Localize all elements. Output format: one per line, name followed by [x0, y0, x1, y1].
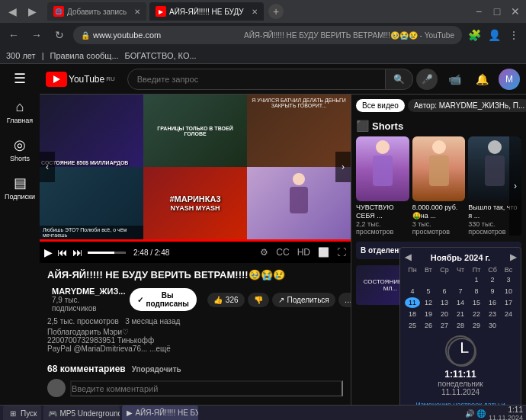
- like-row: 👍 326 👎 ↗ Поделиться … 💾 720: [207, 293, 351, 307]
- start-btn[interactable]: ⊞ Пуск: [3, 406, 41, 420]
- tab-2-close[interactable]: ✕: [252, 8, 258, 16]
- yt-search-input[interactable]: Введите запрос: [127, 69, 386, 90]
- cal-day[interactable]: 27: [437, 320, 452, 331]
- short-2[interactable]: 8.000.000 руб.🤑на ... 3 тыс. просмотров: [412, 136, 466, 236]
- volume-bar[interactable]: [88, 252, 126, 254]
- back-btn[interactable]: ←: [5, 26, 23, 44]
- cal-day[interactable]: 24: [501, 309, 516, 319]
- cal-day[interactable]: 22: [469, 309, 484, 319]
- shorts-nav-right[interactable]: ›: [509, 136, 521, 236]
- minimize-btn[interactable]: −: [471, 4, 486, 19]
- video-nav-right[interactable]: ›: [335, 152, 351, 182]
- voice-search-btn[interactable]: 🎤: [416, 69, 438, 90]
- share-btn[interactable]: ↗ Поделиться: [272, 293, 335, 307]
- cal-day[interactable]: 1: [469, 274, 484, 285]
- cal-day[interactable]: 6: [437, 286, 452, 297]
- sort-btn[interactable]: Упорядочить: [132, 365, 181, 374]
- upload-btn[interactable]: 📹: [444, 69, 465, 90]
- skip-forward-btn[interactable]: ⏭: [72, 246, 83, 258]
- cal-day[interactable]: 30: [485, 320, 500, 331]
- address-bar[interactable]: 🔒 www.youtube.com АЙЯ-ЯЙ!!!!! НЕ БУДУ ВЕ…: [73, 26, 462, 44]
- yt-logo-text: YouTube: [69, 74, 104, 85]
- cal-day[interactable]: 15: [469, 297, 484, 308]
- cal-day[interactable]: 12: [421, 297, 436, 308]
- sidebar-home[interactable]: ⌂ Главная: [7, 99, 33, 124]
- search-button[interactable]: 🔍: [386, 69, 413, 90]
- cal-days-grid: 1234567891011121314151617181920212223242…: [405, 274, 516, 331]
- cal-day[interactable]: 3: [501, 274, 516, 285]
- sidebar-menu[interactable]: ☰: [14, 70, 26, 87]
- cal-day[interactable]: 16: [485, 297, 500, 308]
- bookmark-2[interactable]: Правила сообщ...: [50, 51, 118, 60]
- comment-input[interactable]: [70, 380, 343, 396]
- play-btn[interactable]: ▶: [44, 246, 53, 258]
- sidebar-shorts[interactable]: ◎ Shorts: [10, 136, 30, 162]
- theater-ctrl[interactable]: ⬜: [318, 247, 329, 258]
- filter-author[interactable]: Автор: MARYDME_ЖИЗНь, П...: [408, 99, 526, 112]
- cal-day[interactable]: 2: [485, 274, 500, 285]
- maximize-btn[interactable]: □: [489, 4, 505, 19]
- yt-logo[interactable]: YouTubeRU: [46, 72, 115, 87]
- cal-day-header: Вс: [501, 265, 516, 274]
- profile-btn[interactable]: 👤: [486, 27, 502, 43]
- tab-1[interactable]: 🌐 Добавить запись - Мод... ✕: [47, 2, 146, 21]
- notifications-btn[interactable]: 🔔: [471, 69, 492, 90]
- quality-ctrl[interactable]: HD: [297, 247, 310, 258]
- cal-day[interactable]: 23: [485, 309, 500, 319]
- close-btn[interactable]: ✕: [508, 4, 523, 19]
- cal-day[interactable]: 29: [469, 320, 484, 331]
- more-btn[interactable]: …: [338, 293, 351, 307]
- subscribe-btn[interactable]: ✓ Вы подписаны: [130, 288, 196, 311]
- clock-date: 11.11.2024: [441, 388, 479, 396]
- taskbar-item-2[interactable]: ▶ АЙЯ-ЯЙ!!!!! НЕ БУДУ В...: [122, 406, 198, 420]
- cal-day[interactable]: 10: [501, 286, 516, 297]
- cal-day[interactable]: 9: [485, 286, 500, 297]
- cal-day[interactable]: 20: [437, 309, 452, 319]
- cal-day[interactable]: 11: [405, 297, 420, 308]
- cal-next[interactable]: ▶: [510, 252, 516, 262]
- progress-bar[interactable]: [40, 239, 351, 242]
- user-avatar[interactable]: M: [499, 69, 520, 90]
- channel-name[interactable]: MARYDME_ЖИЗ...: [52, 287, 125, 296]
- cal-day[interactable]: 21: [453, 309, 468, 319]
- dislike-btn[interactable]: 👎: [248, 293, 269, 307]
- tray-clock[interactable]: 1:11 11.11.2024: [489, 406, 523, 420]
- cal-day[interactable]: 4: [405, 286, 420, 297]
- cal-day[interactable]: 8: [469, 286, 484, 297]
- cal-settings-link[interactable]: Изменение настроек даты и времени...: [405, 401, 516, 405]
- extensions-btn[interactable]: 🧩: [467, 27, 482, 43]
- settings-btn[interactable]: ⋮: [506, 27, 521, 43]
- cal-day[interactable]: 19: [421, 309, 436, 319]
- browser-forward-btn[interactable]: ▶: [23, 2, 41, 21]
- tab-1-close[interactable]: ✕: [134, 8, 140, 16]
- forward-btn[interactable]: →: [27, 26, 46, 44]
- current-time: 2:48: [133, 248, 148, 257]
- browser-back-btn[interactable]: ◀: [3, 2, 21, 21]
- filter-all[interactable]: Все видео: [356, 99, 405, 112]
- refresh-btn[interactable]: ↻: [50, 26, 69, 44]
- taskbar-item-1[interactable]: 🎮 MP5 Underground 2: [43, 406, 120, 420]
- subtitles-ctrl[interactable]: CC: [276, 247, 289, 258]
- cal-day[interactable]: 28: [453, 320, 468, 331]
- new-tab-btn[interactable]: +: [268, 4, 284, 19]
- cal-prev[interactable]: ◀: [405, 252, 411, 262]
- tab-2[interactable]: ▶ АЙЯ-ЯЙ!!!!! НЕ БУДУ Е... ✕: [149, 2, 264, 21]
- channel-info: MARYDME_ЖИЗ... 7,9 тыс. подписчиков: [52, 287, 125, 313]
- skip-back-btn[interactable]: ⏮: [57, 246, 68, 258]
- fullscreen-ctrl[interactable]: ⛶: [337, 247, 346, 258]
- cal-day[interactable]: 18: [405, 309, 420, 319]
- sidebar-subs[interactable]: ▤ Подписки: [5, 175, 35, 200]
- cal-day[interactable]: 5: [421, 286, 436, 297]
- short-1[interactable]: ЧУВСТВУЮ СЕБЯ ... 2,2 тыс. просмотров: [356, 136, 409, 236]
- cal-day[interactable]: 14: [453, 297, 468, 308]
- bookmark-1[interactable]: 300 лет: [6, 51, 36, 60]
- cal-day[interactable]: 25: [405, 320, 420, 331]
- cal-day[interactable]: 26: [421, 320, 436, 331]
- cal-day[interactable]: 13: [437, 297, 452, 308]
- cal-day[interactable]: 7: [453, 286, 468, 297]
- settings-ctrl[interactable]: ⚙: [260, 247, 268, 258]
- video-nav-left[interactable]: ‹: [40, 152, 55, 182]
- like-btn[interactable]: 👍 326: [207, 293, 245, 307]
- cal-day[interactable]: 17: [501, 297, 516, 308]
- bookmark-3[interactable]: БОГАТСТВО, КО...: [125, 51, 197, 60]
